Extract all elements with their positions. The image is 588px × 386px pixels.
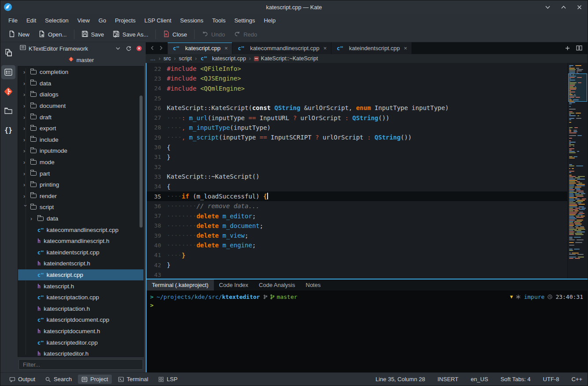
chevron-collapsed-icon[interactable]: › <box>23 148 29 154</box>
tab-katecommandlinescript.cpp[interactable]: c++katecommandlinescript.cpp× <box>232 42 331 54</box>
statusbar-output-toggle[interactable]: Output <box>6 375 39 384</box>
code-line-27[interactable]: 27····: m_url(inputType == InputURL ? ur… <box>147 113 567 122</box>
chevron-collapsed-icon[interactable]: › <box>23 81 29 86</box>
bottom-tab-notes[interactable]: Notes <box>301 279 326 290</box>
minimap[interactable] <box>567 63 588 279</box>
code-line-34[interactable]: 34{ <box>147 182 567 191</box>
tab-katescript.cpp[interactable]: c++katescript.cpp× <box>168 42 232 54</box>
tree-item-draft[interactable]: ›draft <box>18 111 143 123</box>
code-line-30[interactable]: 30{ <box>147 142 567 152</box>
code-line-22[interactable]: 22#include <QFileInfo> <box>147 64 567 74</box>
code-line-29[interactable]: 29····, m_script(inputType == InputSCRIP… <box>147 132 567 142</box>
tree-item-dialogs[interactable]: ›dialogs <box>18 89 143 100</box>
tree-item-katescriptdocument.cpp[interactable]: c++katescriptdocument.cpp <box>18 314 143 326</box>
bottom-tab-code-analysis[interactable]: Code Analysis <box>254 279 300 290</box>
terminal-panel[interactable]: > ~/projects/kde/src/ ktexteditor master… <box>146 290 588 372</box>
tree-item-data[interactable]: ›data <box>18 213 143 224</box>
menu-view[interactable]: View <box>73 15 94 26</box>
bottom-tab-code-index[interactable]: Code Index <box>214 279 254 290</box>
code-line-42[interactable]: 42} <box>147 260 567 270</box>
tree-item-kateindentscript.cpp[interactable]: c++kateindentscript.cpp <box>18 247 143 258</box>
tree-scrollbar[interactable] <box>140 96 143 228</box>
menu-file[interactable]: File <box>4 15 22 26</box>
tab-close-icon[interactable]: × <box>404 45 408 51</box>
nav-forward-icon[interactable] <box>159 45 163 52</box>
statusbar-syntax-mode[interactable]: C++ <box>571 376 582 382</box>
terminal-input-line[interactable]: > <box>150 301 583 309</box>
tree-item-script[interactable]: ›script <box>18 202 143 213</box>
code-line-25[interactable]: 25 <box>147 93 567 103</box>
code-line-38[interactable]: 38········delete m_document; <box>147 221 567 231</box>
tree-item-export[interactable]: ›export <box>18 123 143 134</box>
save-as-button[interactable]: Save As... <box>108 28 153 41</box>
tab-kateindentscript.cpp[interactable]: c++kateindentscript.cpp× <box>331 42 412 54</box>
statusbar-project-toggle[interactable]: Project <box>78 375 111 384</box>
code-line-41[interactable]: 41····} <box>147 250 567 260</box>
statusbar-input-mode[interactable]: INSERT <box>437 376 458 382</box>
menu-edit[interactable]: Edit <box>22 15 40 26</box>
statusbar-tab-mode[interactable]: Soft Tabs: 4 <box>500 376 530 382</box>
tree-item-katescriptaction.h[interactable]: hkatescriptaction.h <box>18 303 143 314</box>
maximize-icon[interactable] <box>560 4 566 10</box>
statusbar-search-toggle[interactable]: Search <box>41 375 75 384</box>
chevron-collapsed-icon[interactable]: › <box>23 103 29 109</box>
menu-help[interactable]: Help <box>259 15 280 26</box>
folder-panel-icon[interactable] <box>1 104 15 118</box>
filter-input[interactable] <box>18 359 143 370</box>
snippets-icon[interactable]: {} <box>1 123 15 137</box>
tree-item-include[interactable]: ›include <box>18 134 143 146</box>
tree-item-katescriptaction.cpp[interactable]: c++katescriptaction.cpp <box>18 292 143 303</box>
chevron-collapsed-icon[interactable]: › <box>23 69 29 75</box>
save-button[interactable]: Save <box>77 28 109 41</box>
statusbar-dictionary[interactable]: en_US <box>470 376 488 382</box>
menu-sessions[interactable]: Sessions <box>176 15 208 26</box>
close-button[interactable]: Close <box>158 28 191 41</box>
nav-back-icon[interactable] <box>150 45 154 52</box>
tree-item-katescripteditor.h[interactable]: hkatescripteditor.h <box>18 348 143 357</box>
code-line-24[interactable]: 24#include <QQmlEngine> <box>147 84 567 93</box>
chevron-collapsed-icon[interactable]: › <box>23 92 29 97</box>
open-button[interactable]: Open... <box>34 28 71 41</box>
statusbar-terminal-toggle[interactable]: Terminal <box>114 375 152 384</box>
bottom-tab-terminal-kateproject-[interactable]: Terminal (.kateproject) <box>147 279 214 290</box>
code-line-31[interactable]: 31} <box>147 152 567 162</box>
breadcrumb-item[interactable]: script <box>179 55 192 62</box>
tree-item-completion[interactable]: ›completion <box>18 66 143 78</box>
project-chevron-down-icon[interactable] <box>114 44 122 52</box>
chevron-collapsed-icon[interactable]: › <box>23 125 29 131</box>
project-panel-icon[interactable] <box>1 65 15 79</box>
project-close-icon[interactable] <box>135 44 143 52</box>
statusbar-cursor-position[interactable]: Line 35, Column 28 <box>375 376 425 382</box>
project-reload-icon[interactable] <box>125 44 132 52</box>
tree-item-render[interactable]: ›render <box>18 191 143 202</box>
chevron-collapsed-icon[interactable]: › <box>23 159 29 165</box>
tree-item-inputmode[interactable]: ›inputmode <box>18 145 143 157</box>
code-line-43[interactable]: 43 <box>147 270 567 279</box>
menu-settings[interactable]: Settings <box>230 15 259 26</box>
tree-item-printing[interactable]: ›printing <box>18 179 143 191</box>
tree-item-document[interactable]: ›document <box>18 100 143 112</box>
chevron-expanded-icon[interactable]: › <box>23 205 29 211</box>
code-line-28[interactable]: 28····, m_inputType(inputType) <box>147 123 567 132</box>
chevron-collapsed-icon[interactable]: › <box>23 193 29 199</box>
chevron-collapsed-icon[interactable]: › <box>30 216 37 221</box>
tree-item-kateindentscript.h[interactable]: hkateindentscript.h <box>18 258 143 269</box>
statusbar-encoding[interactable]: UTF-8 <box>543 376 559 382</box>
code-line-35[interactable]: 35····if (m_loadSuccessful) { <box>147 191 567 201</box>
tree-item-katecommandlinescript.h[interactable]: hkatecommandlinescript.h <box>18 235 143 247</box>
menu-go[interactable]: Go <box>94 15 110 26</box>
menu-selection[interactable]: Selection <box>40 15 73 26</box>
tab-close-icon[interactable]: × <box>323 45 327 51</box>
code-line-36[interactable]: 36········// remove data... <box>147 201 567 211</box>
code-line-37[interactable]: 37········delete m_editor; <box>147 211 567 221</box>
tree-item-katescript.cpp[interactable]: c++katescript.cpp <box>18 269 143 281</box>
quick-open-icon[interactable] <box>565 44 570 52</box>
breadcrumb-item[interactable]: src <box>164 55 171 62</box>
menu-projects[interactable]: Projects <box>110 15 140 26</box>
code-line-26[interactable]: 26KateScript::KateScript(const QString &… <box>147 103 567 113</box>
git-icon[interactable] <box>1 85 15 99</box>
code-line-32[interactable]: 32 <box>147 162 567 172</box>
chevron-collapsed-icon[interactable]: › <box>23 171 29 176</box>
tree-item-katescriptdocument.h[interactable]: hkatescriptdocument.h <box>18 326 143 337</box>
menu-tools[interactable]: Tools <box>208 15 230 26</box>
